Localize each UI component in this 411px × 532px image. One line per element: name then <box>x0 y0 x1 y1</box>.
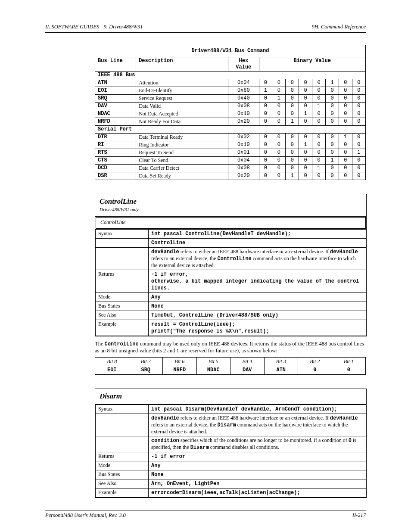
bus-line-desc: Clear To Send <box>136 156 228 164</box>
bus-line-bit: 0 <box>352 102 365 110</box>
bus-line-bit: 0 <box>299 172 312 180</box>
table-row: SRQService Request0x4001000000 <box>95 94 366 102</box>
bus-line-bit: 0 <box>272 149 286 156</box>
bus-line-bit: 0 <box>299 118 312 125</box>
disarm-card: Disarm Syntax int pascal Disarm(DevHandl… <box>95 389 367 498</box>
bus-line-bit: 0 <box>352 141 365 149</box>
bus-line-bit: 0 <box>326 110 339 118</box>
bus-line-bit: 0 <box>312 118 326 125</box>
bus-line-bit: 0 <box>339 141 352 149</box>
table-row: RTSRequest To Send0x0100000001 <box>95 149 366 156</box>
bus-line-bit: 0 <box>352 133 365 141</box>
dv-condition: condition specifies which of the conditi… <box>149 436 366 452</box>
bit-meaning-table: Bit 8Bit 7Bit 6Bit 5Bit 4Bit 3Bit 2Bit 1… <box>95 357 366 375</box>
bit-cell: Bit 3 <box>264 357 298 366</box>
bus-line-bit: 0 <box>339 149 352 156</box>
bus-line-bit: 0 <box>259 94 272 102</box>
bus-line-bit: 1 <box>326 156 339 164</box>
k-see: See Also <box>96 311 149 320</box>
bus-line-bit: 0 <box>272 110 286 118</box>
bit-cell: EOI <box>95 366 129 374</box>
top-rule <box>45 32 366 33</box>
bus-line-name: RTS <box>95 149 136 156</box>
bus-line-bit: 0 <box>259 172 272 180</box>
bus-line-hex: 0x08 <box>228 164 259 172</box>
dk-mode: Mode <box>96 461 149 470</box>
bus-line-bit: 1 <box>352 149 365 156</box>
table-row: DAVData Valid0x0800001000 <box>95 102 366 110</box>
bus-line-bit: 0 <box>352 87 365 94</box>
bus-line-bit: 0 <box>272 87 286 94</box>
bus-line-bit: 0 <box>352 94 365 102</box>
bus-line-bit: 0 <box>286 164 299 172</box>
bus-line-name: DTR <box>95 133 136 141</box>
bus-line-bit: 0 <box>299 156 312 164</box>
k-bus: Bus States <box>96 302 149 311</box>
footer-right: II-217 <box>352 512 366 519</box>
bit-cell: Bit 8 <box>95 357 129 366</box>
bit-cell: NDAC <box>196 366 230 374</box>
bus-line-bit: 0 <box>312 156 326 164</box>
bus-line-hex: 0x01 <box>228 149 259 156</box>
bus-line-bit: 0 <box>352 156 365 164</box>
bus-line-bit: 0 <box>286 102 299 110</box>
dk-bus: Bus States <box>96 470 149 479</box>
bus-line-name: DCD <box>95 164 136 172</box>
bit-cell: NRFD <box>163 366 197 374</box>
table-row: NDACNot Data Accepted0x1000010000 <box>95 110 366 118</box>
bus-line-bit: 0 <box>272 172 286 180</box>
bus-line-name: CTS <box>95 156 136 164</box>
bus-line-bit: 0 <box>299 149 312 156</box>
bus-line-bit: 0 <box>326 141 339 149</box>
bit-cell: SRQ <box>129 366 163 374</box>
bus-line-name: NDAC <box>95 110 136 118</box>
bus-line-bit: 1 <box>286 118 299 125</box>
dk-see: See Also <box>96 479 149 488</box>
k-example: Example <box>96 320 149 336</box>
v-example: result = ControlLine(ieee); printf("The … <box>149 320 366 336</box>
bus-line-bit: 0 <box>339 156 352 164</box>
dv-mode: Any <box>151 463 161 469</box>
controlline-title: ControlLine <box>100 197 137 205</box>
bit-cell: Bit 5 <box>196 357 230 366</box>
bus-line-bit: 0 <box>312 110 326 118</box>
bit-cell: Bit 1 <box>332 357 366 366</box>
dv-see: Arm, OnEvent, LightPen <box>151 481 219 487</box>
bus-line-bit: 1 <box>272 94 286 102</box>
dk-blank2 <box>96 436 149 452</box>
bus-line-bit: 0 <box>259 110 272 118</box>
bit-cell: ATN <box>264 366 298 374</box>
bus-line-bit: 0 <box>272 102 286 110</box>
col-hex: Hex Value <box>228 57 259 71</box>
bus-line-bit: 0 <box>286 79 299 87</box>
bus-line-name: EOI <box>95 87 136 94</box>
bus-line-bit: 0 <box>286 110 299 118</box>
bus-line-bit: 0 <box>286 133 299 141</box>
bus-line-bit: 0 <box>326 149 339 156</box>
k-returns: Returns <box>96 270 149 293</box>
dk-example: Example <box>96 488 149 498</box>
bus-table-title: Driver488/W31 Bus Command <box>95 45 366 57</box>
bus-line-bit: 1 <box>299 110 312 118</box>
table-row: NRFDNot Ready For Data0x2000100000 <box>95 118 366 125</box>
bus-line-bit: 0 <box>326 133 339 141</box>
v-returns: -1 if error, otherwise, a bit mapped int… <box>149 270 366 293</box>
bus-line-bit: 0 <box>286 156 299 164</box>
v-see: TimeOut, ControlLine (Driver488/SUB only… <box>151 312 278 318</box>
bit-cell: Bit 4 <box>230 357 265 366</box>
bus-line-name: SRQ <box>95 94 136 102</box>
bus-line-bit: 0 <box>259 133 272 141</box>
bus-line-hex: 0x80 <box>228 87 259 94</box>
bus-lines-table: Driver488/W31 Bus Command Bus Line Descr… <box>95 45 366 180</box>
bus-line-name: RI <box>95 141 136 149</box>
v-bus: None <box>151 303 164 309</box>
bus-line-bit: 0 <box>286 94 299 102</box>
table-row: DCDData Carrier Detect0x0800001000 <box>95 164 366 172</box>
bus-line-bit: 0 <box>326 87 339 94</box>
k-mode: Mode <box>96 293 149 302</box>
bus-line-bit: 0 <box>312 172 326 180</box>
table-row: DTRData Terminal Ready0x0200000010 <box>95 133 366 141</box>
running-head-right: 9H. Command Reference <box>311 24 366 31</box>
bus-line-bit: 0 <box>286 141 299 149</box>
bus-line-bit: 1 <box>259 87 272 94</box>
